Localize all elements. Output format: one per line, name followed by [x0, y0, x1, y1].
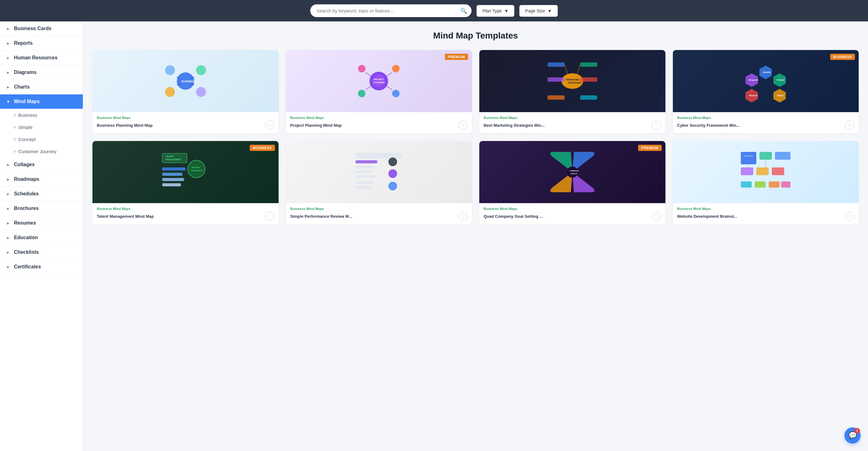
card-thumbnail-1: BUSINESS [92, 50, 279, 112]
svg-text:PROJECT: PROJECT [373, 78, 384, 80]
favorite-button-5[interactable]: ♡ [265, 212, 274, 221]
sidebar-item-mind-maps[interactable]: ▼ Mind Maps [0, 94, 83, 109]
bullet-icon [14, 138, 16, 140]
sidebar-item-diagrams[interactable]: ► Diagrams [0, 65, 83, 80]
favorite-button-2[interactable]: ♡ [458, 120, 467, 130]
page-size-filter[interactable]: Page Size ▼ [519, 5, 558, 17]
template-card-2[interactable]: PREMIUM PROJECT PLANNING [286, 50, 472, 134]
sidebar-item-label: Resumes [14, 220, 36, 226]
sidebar-sub-item-business[interactable]: Business [0, 109, 83, 121]
sidebar-item-resumes[interactable]: ► Resumes [0, 216, 83, 230]
sidebar: ► Business Cards ► Reports ► Human Resou… [0, 22, 83, 451]
card-category-4: Business Mind Maps [677, 116, 855, 120]
svg-point-2 [196, 65, 206, 75]
favorite-button-3[interactable]: ♡ [652, 120, 661, 130]
svg-text:TALENT: TALENT [165, 155, 174, 158]
svg-rect-70 [741, 167, 753, 175]
sidebar-item-checklists[interactable]: ► Checklists [0, 245, 83, 260]
sidebar-item-collages[interactable]: ► Collages [0, 158, 83, 172]
favorite-button-8[interactable]: ♡ [845, 212, 854, 221]
sidebar-item-label: Charts [14, 84, 30, 90]
chevron-down-icon: ▼ [504, 8, 508, 13]
sidebar-item-brochures[interactable]: ► Brochures [0, 201, 83, 216]
svg-text:COMPANY: COMPANY [569, 170, 579, 172]
svg-rect-74 [755, 181, 766, 188]
svg-point-62 [389, 182, 397, 190]
svg-rect-72 [772, 167, 784, 175]
svg-rect-58 [355, 175, 376, 178]
svg-point-22 [561, 73, 583, 89]
chat-badge: 1 [854, 428, 860, 433]
page-size-label: Page Size [525, 8, 545, 13]
svg-rect-53 [355, 153, 402, 159]
card-thumbnail-5: BUSINESS TALENT MANAGEMENT HR Talent Man… [92, 141, 279, 203]
sidebar-sub-item-simple[interactable]: Simple [0, 121, 83, 133]
chat-bubble[interactable]: 💬 1 [844, 427, 861, 444]
svg-rect-27 [548, 77, 565, 82]
sidebar-item-charts[interactable]: ► Charts [0, 80, 83, 94]
sidebar-item-business-cards[interactable]: ► Business Cards [0, 22, 83, 36]
card-name-8: Website Development Brainst... [677, 214, 843, 219]
template-card-4[interactable]: BUSINESS Identify Protect Detect Respond… [673, 50, 859, 134]
template-card-6[interactable]: Business Mind Maps Simple Performance Re… [286, 141, 472, 225]
search-button[interactable]: 🔍 [460, 7, 467, 14]
chevron-right-icon: ► [6, 221, 10, 225]
svg-text:PLANNING: PLANNING [373, 81, 385, 84]
sidebar-sub-item-customer-journey[interactable]: Customer Journey [0, 145, 83, 158]
card-name-row-3: Best Marketing Strategies Min... ♡ [484, 120, 661, 130]
favorite-button-1[interactable]: ♡ [265, 120, 274, 130]
svg-text:HR Talent: HR Talent [191, 167, 200, 168]
card-footer-7: Business Mind Maps Quad Company Goal Set… [479, 203, 665, 225]
sidebar-item-education[interactable]: ► Education [0, 230, 83, 245]
page-title: Mind Map Templates [92, 31, 859, 41]
svg-rect-60 [355, 181, 374, 184]
favorite-button-7[interactable]: ♡ [652, 212, 661, 221]
business-badge-5: BUSINESS [250, 145, 275, 151]
sidebar-item-reports[interactable]: ► Reports [0, 36, 83, 51]
business-badge-4: BUSINESS [830, 54, 855, 60]
svg-point-46 [188, 160, 205, 178]
card-thumbnail-3: MARKETING STRATEGIES [479, 50, 665, 112]
sidebar-item-roadmaps[interactable]: ► Roadmaps [0, 172, 83, 187]
chevron-right-icon: ► [6, 163, 10, 167]
chevron-right-icon: ► [6, 192, 10, 196]
svg-point-14 [358, 65, 366, 73]
svg-point-55 [389, 158, 397, 166]
chevron-right-icon: ► [6, 177, 10, 182]
bullet-icon [14, 150, 16, 152]
chevron-right-icon: ► [6, 250, 10, 255]
sidebar-item-label: Certificates [14, 264, 41, 270]
svg-rect-68 [760, 152, 772, 160]
sidebar-item-label: Diagrams [14, 69, 37, 75]
svg-text:Detect: Detect [777, 94, 784, 96]
sidebar-item-schedules[interactable]: ► Schedules [0, 187, 83, 201]
svg-line-20 [366, 85, 373, 90]
svg-rect-30 [580, 95, 597, 100]
sidebar-item-certificates[interactable]: ► Certificates [0, 260, 83, 274]
template-card-1[interactable]: BUSINESS Business Mind Maps Business Pla… [92, 50, 279, 134]
svg-point-3 [165, 87, 175, 97]
svg-rect-56 [355, 166, 374, 168]
template-card-7[interactable]: PREMIUM COMPANY GOALS Business Mind Maps [479, 141, 665, 225]
template-card-8[interactable]: Homepage Business [673, 141, 859, 225]
svg-text:Management: Management [191, 170, 203, 171]
sidebar-sub-item-concept[interactable]: Concept [0, 133, 83, 145]
chevron-right-icon: ► [6, 235, 10, 240]
sidebar-sub-label: Concept [18, 137, 36, 142]
template-card-3[interactable]: MARKETING STRATEGIES Business Mind Maps [479, 50, 665, 134]
favorite-button-4[interactable]: ♡ [845, 120, 854, 130]
favorite-button-6[interactable]: ♡ [458, 212, 467, 221]
svg-rect-26 [580, 62, 597, 67]
main-layout: ► Business Cards ► Reports ► Human Resou… [0, 22, 868, 451]
card-thumbnail-2: PREMIUM PROJECT PLANNING [286, 50, 472, 112]
plan-type-filter[interactable]: Plan Type ▼ [476, 5, 514, 17]
chevron-right-icon: ► [6, 56, 10, 60]
svg-point-16 [358, 90, 366, 97]
search-input[interactable] [310, 4, 471, 17]
svg-point-4 [196, 87, 206, 97]
card-name-row-4: Cyber Security Framework Min... ♡ [677, 120, 855, 130]
svg-point-1 [165, 65, 175, 75]
template-card-5[interactable]: BUSINESS TALENT MANAGEMENT HR Talent Man… [92, 141, 279, 225]
sidebar-item-human-resources[interactable]: ► Human Resources [0, 51, 83, 65]
svg-text:MARKETING: MARKETING [566, 79, 580, 81]
